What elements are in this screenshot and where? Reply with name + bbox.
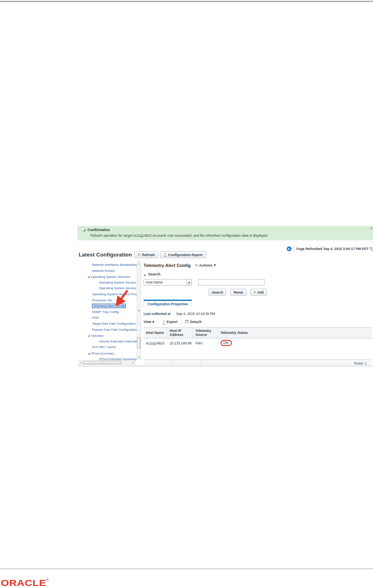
expand-triangle-icon[interactable]: ◢ [88,350,90,357]
go-icon[interactable]: ▶ [287,246,292,251]
col-header-host-ip[interactable]: Host IP Address [167,327,193,338]
caret-down-icon: ▼ [152,321,154,324]
table-header-row: Host Name Host IP Address Telemetry Sour… [144,327,372,338]
refresh-arrow-icon: ↻ [138,252,141,257]
cell-host-ip: 10.133.249.68 [167,338,193,348]
search-button[interactable]: Search [208,289,226,296]
tab-bar: Configuration Properties [144,300,371,308]
config-tree: Network Interfaces Multipathing D Networ… [77,261,142,365]
tree-item[interactable]: Processor Set [77,298,142,304]
actions-menu[interactable]: Actions [199,263,213,267]
upload-icon: ↑ [163,253,167,256]
scroll-up-icon[interactable]: ▴ [137,262,141,266]
col-header-telemetry-status[interactable]: Telemetry Status [218,327,372,338]
search-controls: Host Name ▼ [144,279,267,286]
view-menu[interactable]: View ▼ [144,320,154,324]
tree-item[interactable]: Network Interfaces Multipathing D [77,262,142,268]
main-content: Network Interfaces Multipathing D Networ… [77,261,373,365]
last-collected-row: Last collected at Sep 4, 2015 10:18:35 P… [144,312,371,316]
tree-item[interactable]: SNMP Trap Config [77,309,142,315]
scroll-left-icon[interactable]: ◂ [79,361,83,364]
detach-icon [185,320,189,323]
refresh-button-label: Refresh [142,253,155,257]
search-buttons: Search Reset +Add [144,289,267,296]
table-row[interactable]: sc11g14b23 10.133.249.68 FMA ON [144,338,372,348]
refresh-icon[interactable]: ↻ [370,246,373,252]
bottom-divider [0,569,373,569]
scrollbar-thumb[interactable]: ||| [83,361,121,364]
table-empty-area [144,348,372,359]
screenshot-enterprise-manager: Confirmation Refresh operation for targe… [77,226,373,367]
gear-icon: ⚙ [195,263,198,267]
detach-button[interactable]: Detach [185,320,201,324]
tree-item[interactable]: Operating System Service Proces [77,292,142,298]
search-field-select[interactable]: Host Name ▼ [144,279,192,286]
configuration-report-button[interactable]: ↑ Configuration Report [160,251,206,258]
cell-host-name: sc11g14b23 [144,338,167,348]
scrollbar-thumb[interactable] [137,338,141,348]
add-button[interactable]: +Add [250,289,267,296]
scroll-down-icon[interactable]: ▾ [137,355,141,359]
divider [294,246,294,251]
last-collected-label: Last collected at [144,312,171,316]
rows-count: Rows: 1 [354,361,367,365]
reset-button[interactable]: Reset [230,289,246,296]
search-section-label: Search [148,272,160,276]
tree-item[interactable]: Operating System Service Pr [77,286,142,292]
configuration-properties-table: Host Name Host IP Address Telemetry Sour… [144,327,372,348]
last-collected-value: Sep 4, 2015 10:18:35 PM [176,312,215,316]
confirmation-message: Refresh operation for target sc11g14b23.… [90,234,370,238]
oracle-logo: ORACLE® [1,578,49,588]
refresh-button[interactable]: ↻ Refresh [134,251,158,258]
col-header-telemetry-source[interactable]: Telemetry Source [193,327,218,338]
export-button[interactable]: ↑ Export [162,320,177,324]
tree-horizontal-scrollbar[interactable]: ◂ ||| ▸ [78,361,135,365]
page-title: Latest Configuration [79,252,132,258]
telemetry-alert-config-panel: Telemetry Alert Config ⚙ Actions ▼ ◢ Sea… [143,261,373,365]
confirmation-title: Confirmation [88,228,110,232]
tree-item[interactable]: Operating System Service De [77,280,142,286]
footer-divider [172,360,173,367]
confirmation-icon [81,228,86,232]
page-header: Latest Configuration ↻ Refresh ↑ Configu… [79,251,206,258]
tree-item[interactable]: DNS [77,315,142,321]
tree-item[interactable]: Target Disk Path Configuration [77,321,142,327]
panel-title: Telemetry Alert Config [144,263,191,268]
footer-divider [200,360,201,367]
cell-telemetry-source: FMA [193,338,218,348]
tree-item-expanded[interactable]: ◢Operating System Services [77,274,142,280]
panel-header: Telemetry Alert Config ⚙ Actions ▼ [144,262,371,269]
search-section: ◢ Search Host Name ▼ Search Reset +Add [144,272,267,296]
page-refreshed-text: Page Refreshed Sep 4, 2015 3:09:17 PM PD… [296,247,369,251]
col-header-host-name[interactable]: Host Name [144,327,167,338]
select-value: Host Name [144,280,186,284]
tree-item[interactable]: Pseudo Disk Path Configuration [77,327,142,333]
toolbar-divider [181,319,181,325]
tree-item[interactable]: ZFS ARC Cache [77,344,142,350]
tab-configuration-properties[interactable]: Configuration Properties [144,300,192,308]
configuration-report-label: Configuration Report [168,253,202,257]
selected-tree-item[interactable]: Telemetry Alert Config [92,304,126,308]
scroll-right-icon[interactable]: ▸ [131,361,135,364]
banner-close-icon[interactable]: × [370,226,373,230]
expand-triangle-icon[interactable]: ◢ [88,274,90,280]
caret-down-icon[interactable]: ▼ [214,264,216,267]
table-footer: Rows: 1 [144,359,372,367]
select-dropdown-icon[interactable]: ▼ [186,279,192,285]
toolbar-divider [158,319,158,325]
cell-telemetry-status: ON [218,338,372,348]
confirmation-banner: Confirmation Refresh operation for targe… [77,226,373,240]
tree-item[interactable]: Network Routes [77,268,142,274]
registered-mark: ® [46,578,49,581]
collapse-triangle-icon[interactable]: ◢ [144,273,146,276]
search-input[interactable] [198,279,265,286]
tree-item-telemetry-alert-config[interactable]: Telemetry Alert Config [77,303,142,309]
expand-triangle-icon[interactable]: ◢ [88,333,90,339]
tree-item-expanded[interactable]: ◢ZPool Summary [77,350,142,357]
search-section-header[interactable]: ◢ Search [144,272,267,276]
table-toolbar: View ▼ ↑ Export Detach [144,319,371,325]
splitter-collapse-icon[interactable]: ◂ [138,309,140,312]
tree-item[interactable]: Volume Extended Information [77,339,142,345]
tree-item-expanded[interactable]: ◢Volumes [77,333,142,339]
export-icon: ↑ [162,321,166,324]
